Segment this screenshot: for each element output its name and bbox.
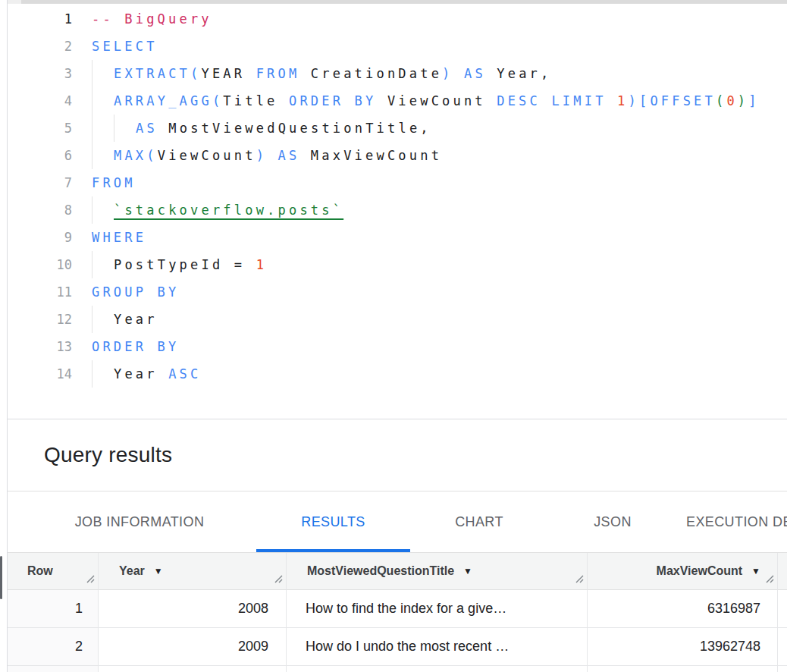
column-label: MaxViewCount [657,564,743,578]
line-number: 9 [8,224,72,251]
sql-editor[interactable]: 1-- BigQuery2SELECT3EXTRACT(YEAR FROM Cr… [8,4,787,419]
code-line[interactable]: 4ARRAY_AGG(Title ORDER BY ViewCount DESC… [8,87,787,115]
tab-results[interactable]: RESULTS [256,491,410,552]
code-content: FROM [92,169,136,196]
code-content: PostTypeId = 1 [92,251,267,278]
results-tab-bar: JOB INFORMATIONRESULTSCHARTJSONEXECUTION… [8,491,787,552]
code-content: `stackoverflow.posts` [92,196,343,224]
cell-row [8,666,99,672]
code-tokens: Year [114,306,158,333]
code-tokens: EXTRACT(YEAR FROM CreationDate) AS Year, [114,60,551,87]
code-content: EXTRACT(YEAR FROM CreationDate) AS Year, [92,60,551,87]
code-line[interactable]: 3EXTRACT(YEAR FROM CreationDate) AS Year… [8,60,787,87]
column-header-year[interactable]: Year▼ [99,553,287,590]
code-tokens: SELECT [92,33,158,60]
code-content: Year [92,306,158,333]
line-number: 10 [8,251,72,278]
tab-chart[interactable]: CHART [410,491,548,552]
cell-value: 1 [75,601,83,617]
indent-guide [92,60,114,87]
code-content: ORDER BY [92,333,179,360]
code-line[interactable]: 7FROM [8,169,787,196]
code-tokens: MAX(ViewCount) AS MaxViewCount [114,142,442,169]
tab-job-information[interactable]: JOB INFORMATION [23,491,256,552]
code-content: SELECT [92,33,158,60]
indent-guide [114,115,136,142]
code-line[interactable]: 5AS MostViewedQuestionTitle, [8,115,787,142]
cell-value: How to find the index for a give… [306,601,506,617]
scrollbar-thumb[interactable] [21,0,787,4]
sort-arrow-icon[interactable]: ▼ [751,566,760,576]
cell-row: 2 [8,628,99,666]
cell-value: 2008 [238,601,268,617]
sort-arrow-icon[interactable]: ▼ [154,566,163,576]
code-tokens: FROM [92,169,136,196]
indent-guide [92,142,114,169]
line-number: 4 [8,87,72,115]
column-resize-handle-icon[interactable] [84,573,95,586]
cell-max: 13962748 [588,628,778,666]
code-content: ARRAY_AGG(Title ORDER BY ViewCount DESC … [92,87,760,115]
code-tokens: GROUP BY [92,278,179,306]
code-tokens: ARRAY_AGG(Title ORDER BY ViewCount DESC … [114,87,760,115]
query-results-header: Query results [8,419,787,491]
line-number: 11 [8,278,72,306]
code-line[interactable]: 2SELECT [8,33,787,60]
cell-row: 1 [8,590,99,628]
column-header-mostviewedquestiontitle[interactable]: MostViewedQuestionTitle▼ [287,553,588,590]
tab-execution-details[interactable]: EXECUTION DETAILS [677,491,787,552]
cell-value: 2009 [238,639,268,655]
bigquery-console: 1-- BigQuery2SELECT3EXTRACT(YEAR FROM Cr… [0,0,787,672]
line-number: 3 [8,60,72,87]
cell-title [287,666,588,672]
line-number: 8 [8,196,72,224]
sort-arrow-icon[interactable]: ▼ [463,566,472,576]
column-resize-handle-icon[interactable] [763,573,774,586]
line-number: 13 [8,333,72,360]
line-number: 12 [8,306,72,333]
tab-label: JSON [594,514,632,530]
tab-label: JOB INFORMATION [75,514,205,530]
code-tokens: -- BigQuery [92,5,212,33]
cell-year: 2008 [99,590,287,628]
tab-label: RESULTS [301,514,365,530]
code-line[interactable]: 13ORDER BY [8,333,787,360]
indent-guide [92,360,114,388]
table-header-row: RowYear▼MostViewedQuestionTitle▼MaxViewC… [8,553,787,590]
code-line[interactable]: 14Year ASC [8,360,787,388]
line-number: 14 [8,360,72,388]
code-content: GROUP BY [92,278,179,306]
column-header-maxviewcount[interactable]: MaxViewCount▼ [588,553,778,590]
cell-title: How do I undo the most recent … [287,628,588,666]
code-tokens: Year ASC [114,360,202,388]
code-tokens: WHERE [92,224,146,251]
cell-value: 2 [75,639,83,655]
page-title: Query results [8,443,172,467]
column-resize-handle-icon[interactable] [272,573,283,586]
tab-json[interactable]: JSON [548,491,677,552]
table-row: 12008How to find the index for a give…63… [8,590,787,628]
code-line[interactable]: 8`stackoverflow.posts` [8,196,787,224]
cell-clipped [778,590,787,628]
column-label: Row [27,564,53,578]
column-resize-handle-icon[interactable] [573,573,584,586]
code-line[interactable]: 10PostTypeId = 1 [8,251,787,278]
code-tokens: ORDER BY [92,333,179,360]
cell-clipped [778,628,787,666]
column-header-row[interactable]: Row [8,553,99,590]
line-number: 7 [8,169,72,196]
vertical-scrollbar-thumb[interactable] [0,556,2,599]
cell-year [99,666,287,672]
active-tab-underline [256,549,410,552]
code-line[interactable]: 9WHERE [8,224,787,251]
code-line[interactable]: 6MAX(ViewCount) AS MaxViewCount [8,142,787,169]
code-content: AS MostViewedQuestionTitle, [92,115,431,142]
line-number: 2 [8,33,72,60]
cell-year: 2009 [99,628,287,666]
code-line[interactable]: 1-- BigQuery [8,5,787,33]
indent-guide [92,251,114,278]
cell-clipped [778,666,787,672]
code-line[interactable]: 11GROUP BY [8,278,787,306]
table-row: 22009How do I undo the most recent …1396… [8,628,787,666]
code-line[interactable]: 12Year [8,306,787,333]
